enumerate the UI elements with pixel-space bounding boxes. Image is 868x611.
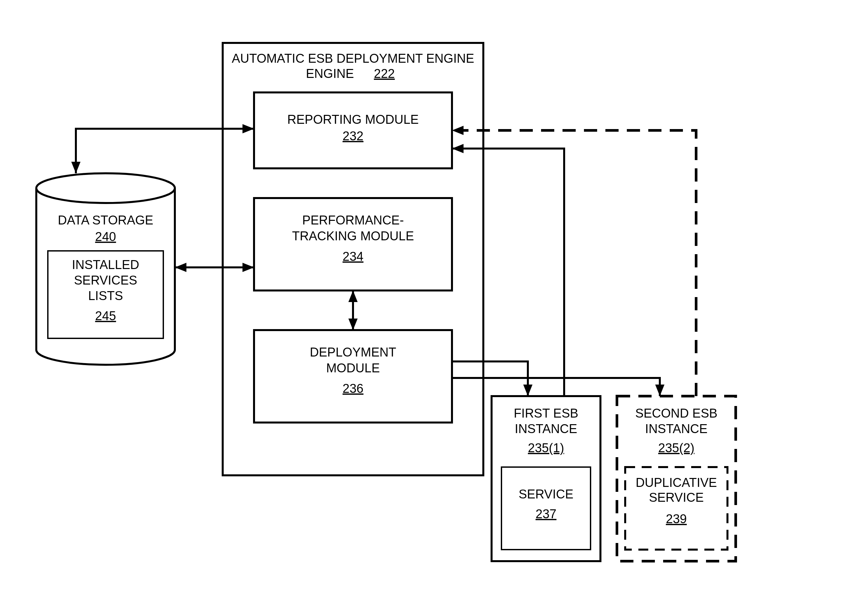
deployment-ref: 236: [343, 382, 363, 395]
tracking-title2: TRACKING MODULE: [292, 229, 414, 243]
esb2-service-ref: 239: [666, 512, 687, 526]
deployment-title1: DEPLOYMENT: [310, 345, 396, 359]
esb2-service-t2: SERVICE: [649, 491, 704, 504]
lists-t1: INSTALLED: [72, 258, 139, 272]
tracking-module: [254, 198, 452, 291]
svg-marker-9: [523, 384, 532, 396]
lists-t3: LISTS: [88, 289, 123, 303]
esb1-title1: FIRST ESB: [514, 406, 578, 420]
engine-ref: 222: [374, 67, 395, 81]
esb2-ref: 235(2): [658, 441, 694, 455]
esb2-title2: INSTANCE: [645, 422, 707, 436]
deployment-title2: MODULE: [326, 361, 380, 375]
tracking-ref: 234: [343, 250, 363, 263]
svg-marker-4: [175, 263, 186, 272]
deployment-module: [254, 330, 452, 423]
architecture-diagram: AUTOMATIC ESB DEPLOYMENT ENGINE ENGINE 2…: [0, 0, 868, 611]
svg-point-0: [36, 173, 175, 203]
svg-marker-10: [655, 384, 665, 396]
esb1-ref: 235(1): [528, 441, 564, 455]
data-storage: DATA STORAGE 240 INSTALLED SERVICES LIST…: [36, 173, 175, 365]
reporting-title: REPORTING MODULE: [287, 113, 418, 126]
lists-ref: 245: [95, 309, 116, 323]
svg-marker-1: [71, 162, 81, 173]
esb1-title2: INSTANCE: [515, 422, 577, 436]
engine-title: AUTOMATIC ESB DEPLOYMENT ENGINE: [232, 51, 474, 65]
arrow-esb2-to-reporting: [452, 126, 696, 396]
reporting-ref: 232: [343, 129, 363, 143]
engine-title-extra: ENGINE: [306, 67, 354, 81]
tracking-title1: PERFORMANCE-: [302, 213, 404, 227]
esb1-service-title: SERVICE: [519, 487, 574, 501]
esb2-title1: SECOND ESB: [635, 406, 717, 420]
esb2-service-t1: DUPLICATIVE: [636, 476, 717, 490]
esb1-service-ref: 237: [535, 507, 556, 521]
storage-title: DATA STORAGE: [58, 213, 153, 227]
storage-ref: 240: [95, 230, 116, 244]
lists-t2: SERVICES: [74, 273, 137, 287]
